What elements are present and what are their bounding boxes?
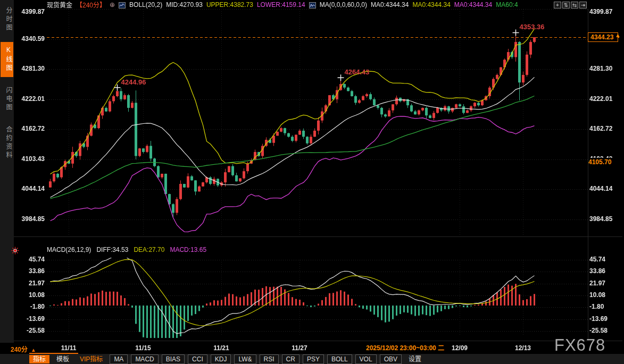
- macd-macd-value: MACD:13.65: [170, 246, 206, 253]
- boll-chart-icon[interactable]: [119, 2, 126, 9]
- indicator-button-BIAS[interactable]: BIAS: [162, 354, 185, 364]
- boll-label: BOLL(20,2): [129, 1, 162, 9]
- period-arrow-icon: ▲: [31, 347, 36, 353]
- x-axis-tick-11-27: 11/27: [292, 344, 307, 352]
- indicator-button-指标[interactable]: 指标: [29, 355, 49, 363]
- x-axis-tick-12-13: 12/13: [515, 344, 531, 352]
- price-axis-label-left: 4222.01: [15, 95, 45, 103]
- period-badge[interactable]: 【240分】: [76, 0, 106, 9]
- macd-axis-label-left: -13.69: [15, 315, 45, 323]
- symbol-name: 现货黄金: [47, 0, 72, 9]
- price-axis-label-left: 4281.30: [15, 65, 45, 72]
- price-axis-label-right: 3984.85: [589, 215, 612, 223]
- macd-axis-label-right: 45.74: [589, 256, 605, 263]
- macd-axis-label-right: -1.80: [589, 303, 604, 310]
- indicator-button-OBV[interactable]: OBV: [380, 354, 402, 364]
- macd-axis-label-left: 10.08: [15, 291, 45, 299]
- price-axis-label-right: 4399.87: [589, 8, 612, 15]
- chart-tool-icons: +⇅⇆⇥: [554, 2, 588, 9]
- crosshair-icon[interactable]: +: [554, 2, 561, 9]
- price-axis-label-right: 4162.72: [589, 125, 612, 132]
- indicator-button-MACD[interactable]: MACD: [131, 354, 158, 364]
- macd-axis-label-right: -13.69: [589, 315, 608, 323]
- indicator-header: 现货黄金 【240分】 ⊕ BOLL(20,2) MID:4270.93 UPP…: [47, 0, 522, 9]
- x-axis-tick-11-15: 11/15: [135, 344, 151, 352]
- ma-chart-icon[interactable]: [309, 2, 316, 9]
- price-axis-label-right: 4044.14: [589, 185, 612, 192]
- macd-axis-label-right: 33.86: [589, 267, 605, 275]
- price-axis-label-left: 4044.14: [15, 185, 45, 192]
- reference-price-badge: 4105.70: [588, 158, 616, 166]
- ma60-value: MA60:4: [496, 1, 518, 9]
- fx678-watermark: FX678: [554, 336, 605, 355]
- boll-upper-value: UPPER:4382.73: [206, 1, 253, 9]
- macd-axis-label-right: -25.58: [589, 327, 608, 334]
- indicator-button-PSY[interactable]: PSY: [303, 354, 324, 364]
- ma-label: MA(0,0,0,60,0,0): [320, 1, 367, 9]
- macd-title: MACD(26,12,9): [47, 246, 91, 253]
- price-axis-label-right: 4281.30: [589, 65, 612, 72]
- macd-axis-label-left: 21.97: [15, 280, 45, 287]
- ma0-value-yellow: MA0:4344.34: [412, 1, 450, 9]
- trading-app-window: { "header": { "symbol": "现货黄金", "period"…: [0, 0, 624, 364]
- indicator-button-BOLL[interactable]: BOLL: [327, 354, 352, 364]
- indicator-button-MA[interactable]: MA: [110, 354, 128, 364]
- macd-axis-label-left: -1.80: [15, 303, 45, 310]
- macd-axis-label-right: 10.08: [589, 291, 605, 299]
- price-axis-label-right: 4222.01: [589, 95, 612, 103]
- price-axis-label-left: 4103.43: [15, 155, 45, 163]
- indicator-button-KDJ[interactable]: KDJ: [211, 354, 231, 364]
- indicator-button-模板[interactable]: 模板: [53, 355, 73, 363]
- indicator-button-LW&[interactable]: LW&: [234, 354, 256, 364]
- indicator-button-CR[interactable]: CR: [282, 354, 299, 364]
- macd-axis-label-left: 45.74: [15, 256, 45, 263]
- x-axis-tick-12-09: 12/09: [452, 344, 468, 352]
- x-axis-tick-11-11: 11/11: [61, 344, 77, 352]
- sidebar-item-kline-chart[interactable]: K线图: [1, 42, 13, 77]
- macd-axis-label-left: -25.58: [15, 327, 45, 334]
- indicator-button-设置[interactable]: 设置: [405, 355, 425, 363]
- exit-chart-icon[interactable]: ⇥: [579, 2, 587, 9]
- x-axis: 240分▲ 11/1111/1511/2111/2712/0912/132025…: [0, 343, 624, 354]
- price-axis-label-left: 4399.87: [15, 8, 45, 15]
- ma0-value-white: MA0:4344.34: [371, 1, 409, 9]
- price-axis-label-left: 3984.85: [15, 215, 45, 223]
- candlestick-chart[interactable]: [0, 0, 624, 364]
- hover-time-tooltip: 2025/12/02 23:00~03:00 二: [364, 343, 446, 353]
- indicator-button-CCI[interactable]: CCI: [188, 354, 207, 364]
- indicator-toolbar: 指标模板VIP指标MAMACDBIASCCIKDJLW&RSICRPSYBOLL…: [0, 354, 624, 364]
- indicator-button-VOL[interactable]: VOL: [355, 354, 377, 364]
- sidebar-item-time-chart[interactable]: 分时图: [1, 3, 13, 37]
- macd-axis-label-left: 33.86: [15, 267, 45, 275]
- current-price-badge: 4344.23: [588, 32, 618, 42]
- overlay-add-icon[interactable]: ⊕: [110, 1, 115, 9]
- macd-dea-value: DEA:27.70: [134, 246, 164, 253]
- y-axis-scale-icon[interactable]: ⇅: [562, 2, 570, 9]
- price-axis-label-left: 4162.72: [15, 125, 45, 132]
- indicator-button-RSI[interactable]: RSI: [260, 354, 279, 364]
- price-up-arrow-icon[interactable]: ▲: [615, 32, 621, 38]
- x-axis-tick-11-21: 11/21: [213, 344, 229, 352]
- macd-axis-label-right: 21.97: [589, 280, 605, 287]
- indicator-alert-icon[interactable]: [11, 247, 19, 257]
- boll-mid-value: MID:4270.93: [166, 1, 203, 9]
- sidebar-item-lightning-chart[interactable]: 闪电图: [1, 82, 13, 116]
- boll-lower-value: LOWER:4159.14: [257, 1, 305, 9]
- chart-type-sidebar: 分时图 K线图 闪电图 合约资料: [0, 0, 14, 343]
- macd-diff-value: DIFF:34.53: [96, 246, 128, 253]
- period-selector[interactable]: 240分▲: [11, 344, 36, 353]
- price-axis-label-left: 4340.59: [15, 35, 45, 43]
- macd-header: MACD(26,12,9) DIFF:34.53 DEA:27.70 MACD:…: [47, 246, 212, 254]
- x-axis-scale-icon[interactable]: ⇆: [571, 2, 578, 9]
- indicator-button-VIP指标[interactable]: VIP指标: [76, 355, 106, 363]
- ma0-value-magenta: MA0:4344.34: [454, 1, 492, 9]
- sidebar-item-contract-info[interactable]: 合约资料: [1, 122, 13, 164]
